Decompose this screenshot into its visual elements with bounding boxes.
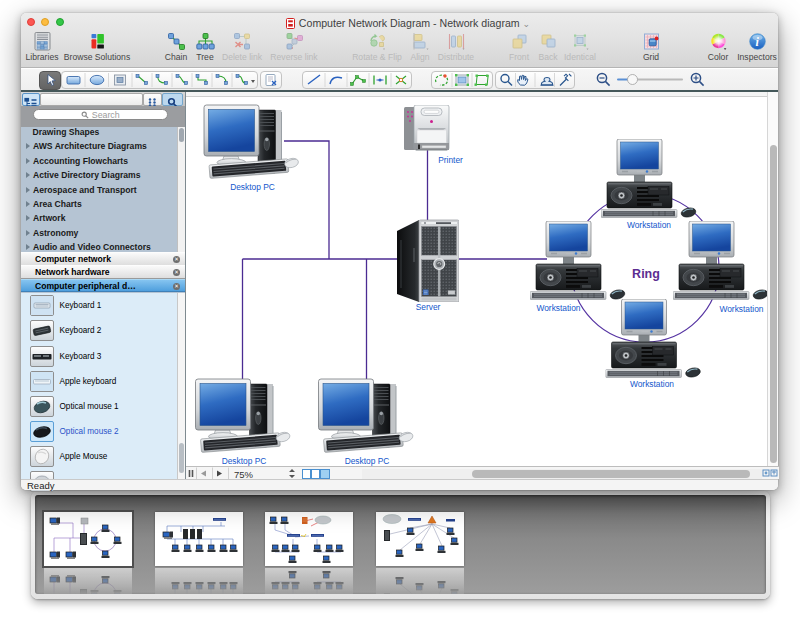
svg-text:Desktop PC: Desktop PC xyxy=(230,182,275,192)
svg-text:Workstation: Workstation xyxy=(627,220,671,230)
svg-text:Desktop PC: Desktop PC xyxy=(222,456,267,466)
svg-text:Workstation: Workstation xyxy=(536,303,580,313)
svg-text:Server: Server xyxy=(416,302,441,312)
svg-text:Ring: Ring xyxy=(632,267,660,281)
svg-text:Workstation: Workstation xyxy=(719,304,763,314)
svg-text:Desktop PC: Desktop PC xyxy=(345,456,390,466)
svg-text:Printer: Printer xyxy=(438,155,463,165)
svg-text:Workstation: Workstation xyxy=(630,379,674,389)
